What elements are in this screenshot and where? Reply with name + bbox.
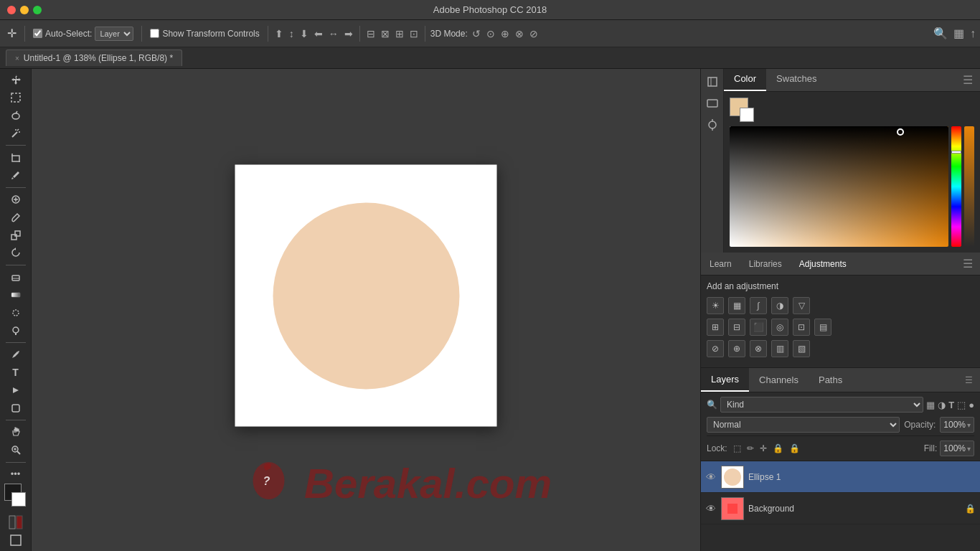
color-alpha-bar[interactable] — [964, 126, 974, 247]
align-vcenter-icon[interactable]: ↕ — [288, 27, 296, 41]
distribute-icon-2[interactable]: ⊠ — [380, 27, 391, 41]
layers-panel-menu-icon[interactable]: ☰ — [958, 369, 980, 391]
adj-curves-icon[interactable]: ∫ — [750, 297, 767, 314]
distribute-icon-4[interactable]: ⊡ — [408, 27, 420, 41]
filter-smart-icon[interactable]: ● — [969, 400, 974, 410]
adj-levels-icon[interactable]: ▦ — [728, 297, 745, 314]
filter-pixel-icon[interactable]: ▦ — [926, 400, 935, 410]
panel-tool-1[interactable] — [704, 73, 721, 90]
layer-visibility-ellipse[interactable]: 👁 — [705, 471, 717, 483]
3d-scale-icon[interactable]: ⊗ — [514, 27, 525, 41]
show-transform-controls-checkbox[interactable] — [150, 29, 159, 38]
tab-paths[interactable]: Paths — [809, 369, 852, 391]
tab-close-icon[interactable]: × — [15, 55, 19, 62]
adj-gradient-map-icon[interactable]: ▥ — [771, 340, 788, 357]
3d-camera-icon[interactable]: ⊘ — [528, 27, 540, 41]
lock-pixels-icon[interactable]: ⬚ — [733, 443, 741, 453]
maximize-button[interactable] — [33, 6, 42, 14]
filter-adj-icon[interactable]: ◑ — [938, 400, 946, 410]
adj-colorbalance-icon[interactable]: ⊟ — [728, 319, 745, 336]
eraser-tool[interactable] — [6, 269, 26, 286]
lock-position-icon[interactable]: ✏ — [747, 443, 754, 453]
hand-tool[interactable] — [6, 424, 26, 441]
layers-filter-select[interactable]: Kind — [720, 397, 923, 413]
search-icon[interactable]: 🔍 — [933, 27, 948, 40]
align-hcenter-icon[interactable]: ↔ — [327, 27, 340, 41]
path-select-tool[interactable] — [6, 382, 26, 399]
shape-tool[interactable] — [6, 400, 26, 416]
marquee-tool[interactable] — [6, 90, 26, 106]
adj-photofilter-icon[interactable]: ◎ — [771, 319, 788, 336]
tab-layers[interactable]: Layers — [701, 368, 749, 392]
auto-select-select[interactable]: Layer — [95, 27, 133, 41]
history-brush-tool[interactable] — [6, 245, 26, 261]
filter-shape-icon[interactable]: ⬚ — [957, 400, 966, 410]
3d-rotate-icon[interactable]: ↺ — [471, 27, 482, 41]
color-panel-menu-icon[interactable]: ☰ — [956, 69, 980, 91]
adj-hsl-icon[interactable]: ⊞ — [707, 319, 724, 336]
opacity-stepper[interactable]: ▾ — [967, 421, 971, 429]
adj-channelmix-icon[interactable]: ⊡ — [793, 319, 810, 336]
layer-visibility-bg[interactable]: 👁 — [705, 503, 717, 514]
type-tool[interactable]: T — [6, 364, 26, 381]
adjustments-panel-menu-icon[interactable]: ☰ — [956, 253, 980, 275]
tab-libraries[interactable]: Libraries — [740, 255, 791, 273]
align-bottom-icon[interactable]: ⬇ — [298, 27, 310, 41]
layer-item-background[interactable]: 👁 Background 🔒 — [701, 493, 980, 524]
3d-slide-icon[interactable]: ⊕ — [499, 27, 511, 41]
3d-pan-icon[interactable]: ⊙ — [485, 27, 496, 41]
brush-tool[interactable] — [6, 209, 26, 225]
align-top-icon[interactable]: ⬆ — [273, 27, 285, 41]
quick-mask-toggle[interactable] — [6, 514, 26, 530]
close-button[interactable] — [7, 6, 16, 14]
lock-all-icon[interactable]: 🔒 — [773, 443, 783, 453]
adj-brightness-icon[interactable]: ☀ — [707, 297, 724, 314]
zoom-tool[interactable] — [6, 442, 26, 458]
blur-tool[interactable] — [6, 304, 26, 321]
adj-invert-icon[interactable]: ⊘ — [707, 340, 724, 357]
adj-selective-color-icon[interactable]: ▧ — [793, 340, 810, 357]
background-color[interactable] — [11, 492, 26, 507]
distribute-icon-3[interactable]: ⊞ — [394, 27, 405, 41]
layer-item-ellipse-1[interactable]: 👁 Ellipse 1 — [701, 461, 980, 493]
tab-swatches[interactable]: Swatches — [766, 69, 826, 91]
adj-collorlookup-icon[interactable]: ▤ — [814, 319, 831, 336]
bg-color-box[interactable] — [740, 108, 754, 122]
align-right-icon[interactable]: ➡ — [343, 27, 354, 41]
auto-select-checkbox[interactable] — [33, 29, 42, 38]
heal-tool[interactable] — [6, 192, 26, 208]
distribute-icon-1[interactable]: ⊟ — [365, 27, 377, 41]
adj-threshold-icon[interactable]: ⊗ — [750, 340, 767, 357]
move-tool[interactable] — [6, 72, 26, 88]
workspace-icon[interactable]: ▦ — [953, 27, 964, 40]
tab-adjustments[interactable]: Adjustments — [791, 255, 855, 273]
lock-extra-icon[interactable]: 🔒 — [789, 443, 800, 453]
adj-exposure-icon[interactable]: ◑ — [771, 297, 788, 314]
blend-mode-select[interactable]: Normal — [707, 417, 900, 433]
pen-tool[interactable] — [6, 347, 26, 363]
lock-artboard-icon[interactable]: ✛ — [760, 443, 767, 453]
gradient-tool[interactable] — [6, 287, 26, 303]
clone-tool[interactable] — [6, 227, 26, 243]
adj-posterize-icon[interactable]: ⊕ — [728, 340, 745, 357]
fill-stepper[interactable]: ▾ — [967, 445, 971, 453]
screen-mode-toggle[interactable] — [6, 532, 26, 548]
tab-channels[interactable]: Channels — [749, 369, 809, 391]
adj-vibrance-icon[interactable]: ▽ — [793, 297, 810, 314]
tab-color[interactable]: Color — [724, 69, 766, 91]
share-icon[interactable]: ↑ — [970, 27, 976, 40]
crop-tool[interactable] — [6, 149, 26, 166]
panel-tool-2[interactable] — [704, 95, 721, 112]
adj-bw-icon[interactable]: ⬛ — [750, 319, 767, 336]
filter-type-icon[interactable]: T — [948, 400, 954, 410]
document-tab[interactable]: × Untitled-1 @ 138% (Ellipse 1, RGB/8) * — [6, 50, 182, 66]
align-left-icon[interactable]: ⬅ — [313, 27, 324, 41]
tab-learn[interactable]: Learn — [701, 255, 740, 273]
panel-tool-3[interactable] — [704, 116, 721, 133]
dodge-tool[interactable] — [6, 322, 26, 339]
color-hue-bar[interactable] — [951, 126, 961, 247]
magic-wand-tool[interactable] — [6, 125, 26, 141]
minimize-button[interactable] — [20, 6, 29, 14]
more-tools[interactable]: ••• — [6, 466, 26, 482]
eyedropper-tool[interactable] — [6, 167, 26, 184]
